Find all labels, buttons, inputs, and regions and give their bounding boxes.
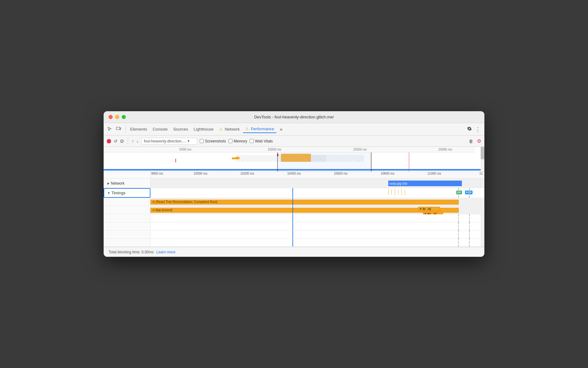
timings-row-0-label	[104, 198, 150, 206]
memory-input[interactable]	[228, 139, 233, 143]
timings-row-4	[104, 231, 484, 239]
time-5000: 5000 ms	[179, 148, 191, 151]
scrollbar-area	[481, 179, 484, 188]
tab-lighthouse-label: Lighthouse	[194, 127, 214, 132]
dashed-3a	[458, 222, 459, 230]
dashed-4a	[458, 231, 459, 238]
tab-elements[interactable]: Elements	[128, 126, 149, 133]
timings-row-4-label	[104, 231, 150, 238]
fcp-badge: FCP	[465, 191, 473, 194]
timings-expand-icon[interactable]: ▼	[107, 191, 110, 195]
overview-ruler: 5000 ms 10000 ms 15000 ms 20000 ms	[104, 147, 475, 152]
more-options-icon[interactable]: ⋮	[474, 125, 482, 134]
tab-performance[interactable]: ⚠ Performance	[243, 125, 277, 133]
detail-10000: 10000 ms	[194, 172, 208, 175]
dashed-5b	[469, 239, 470, 246]
url-text: foul-heavenly-direction....	[144, 139, 186, 143]
url-dropdown-icon[interactable]: ▼	[187, 139, 190, 143]
detail-10800: 10800 ms	[381, 172, 394, 175]
download-icon[interactable]: ↓	[136, 139, 139, 144]
upload-icon[interactable]: ↑	[132, 139, 134, 144]
app-mount-label: ✳ App [mount]	[152, 208, 172, 212]
devtools-window: DevTools - foul-heavenly-direction.glitc…	[104, 111, 484, 257]
traffic-lights	[109, 115, 126, 119]
tab-network[interactable]: ⚠ Network	[217, 126, 242, 133]
timing-tick-2	[391, 189, 392, 194]
timings-row-1-label	[104, 206, 150, 214]
maximize-button[interactable]	[122, 115, 126, 119]
dashed-5a	[458, 239, 459, 246]
web-vitals-input[interactable]	[250, 139, 254, 143]
tab-sources-label: Sources	[173, 127, 188, 132]
tab-console-label: Console	[153, 127, 168, 132]
timing-tick-6	[405, 190, 405, 195]
reload-icon[interactable]: ↺	[114, 139, 117, 144]
overview-canvas[interactable]	[104, 152, 481, 172]
minimize-button[interactable]	[115, 115, 119, 119]
url-bar: foul-heavenly-direction.... ▼	[141, 138, 197, 145]
dashed-2b	[469, 214, 470, 222]
network-track-label[interactable]: ▶ Network	[104, 179, 150, 188]
timings-row-0-content[interactable]: ✳ (React Tree Reconciliation: Completed …	[150, 198, 481, 206]
timings-row-5-content[interactable]	[150, 239, 481, 246]
tab-sources[interactable]: Sources	[171, 126, 191, 133]
timings-row-0: ✳ (React Tree Reconciliation: Completed …	[104, 198, 484, 206]
performance-warning-icon: ⚠	[245, 127, 249, 131]
trash-icon[interactable]: 🗑	[469, 139, 473, 144]
svg-rect-0	[116, 127, 120, 130]
dashed-4b	[469, 231, 470, 238]
tab-console[interactable]: Console	[150, 126, 170, 133]
timings-row-2-content[interactable]	[150, 214, 481, 222]
blue-line-row4	[292, 231, 293, 238]
overview-section: 5000 ms 10000 ms 15000 ms 20000 ms CPU N…	[104, 147, 484, 172]
settings-icon[interactable]	[466, 125, 473, 133]
memory-label: Memory	[234, 139, 247, 143]
timings-track-label[interactable]: ▼ Timings	[104, 188, 150, 198]
timings-row-2	[104, 214, 484, 222]
tabs-bar: Elements Console Sources Lighthouse ⚠ Ne…	[104, 123, 484, 136]
tab-lighthouse[interactable]: Lighthouse	[191, 126, 216, 133]
timings-row-4-content[interactable]	[150, 231, 481, 238]
timings-row-1-content[interactable]: ✳ App [mount] ✳ Br...nt] ✳ Ro...nt] ✳ M.…	[150, 206, 481, 214]
web-vitals-label: Web Vitals	[255, 139, 273, 143]
blue-line-row5	[292, 239, 293, 246]
timings-row-3	[104, 222, 484, 231]
time-20000: 20000 ms	[439, 148, 452, 151]
title-bar: DevTools - foul-heavenly-direction.glitc…	[104, 111, 484, 123]
network-track: ▶ Network soop.jpg (sto	[104, 179, 484, 188]
overview-scrollbar[interactable]	[481, 147, 484, 172]
status-bar: Total blocking time: 0.00ms Learn more	[104, 247, 484, 257]
more-tabs-button[interactable]: »	[277, 125, 285, 133]
network-track-content[interactable]: soop.jpg (sto	[150, 179, 481, 188]
timing-tick-1	[388, 189, 389, 195]
timings-row-3-content[interactable]	[150, 222, 481, 230]
timings-row-5-label	[104, 239, 150, 246]
cursor-icon[interactable]	[106, 125, 113, 133]
clear-icon[interactable]: ⊘	[120, 138, 124, 144]
network-label-text: Network	[111, 181, 125, 186]
network-expand-icon[interactable]: ▶	[107, 182, 110, 185]
detail-11000: 11000 ms	[428, 172, 441, 175]
network-file-bar: soop.jpg (sto	[388, 181, 462, 186]
memory-checkbox[interactable]: Memory	[228, 139, 247, 143]
detail-ruler: 9800 ms 10000 ms 10200 ms 10400 ms 10600…	[104, 172, 484, 179]
timings-header-row: ▼ Timings FP FCP	[104, 188, 484, 198]
learn-more-link[interactable]: Learn more	[156, 250, 175, 254]
separator	[128, 137, 128, 145]
scrollbar-thumb[interactable]	[481, 147, 484, 159]
gear-red-icon[interactable]: ⚙	[477, 138, 481, 144]
more-tabs-icon: »	[280, 127, 282, 132]
device-toggle-icon[interactable]	[115, 125, 122, 133]
screenshots-input[interactable]	[200, 139, 204, 143]
fp-badge: FP	[456, 191, 462, 194]
timings-row-5	[104, 239, 484, 247]
record-button[interactable]	[107, 139, 111, 143]
performance-toolbar: ↺ ⊘ ↑ ↓ foul-heavenly-direction.... ▼ Sc…	[104, 136, 484, 147]
screenshots-checkbox[interactable]: Screenshots	[200, 139, 226, 143]
screenshots-label: Screenshots	[205, 139, 226, 143]
web-vitals-checkbox[interactable]: Web Vitals	[250, 139, 273, 143]
detail-9800: 9800 ms	[151, 172, 163, 175]
timing-tick-3	[395, 189, 395, 196]
close-button[interactable]	[109, 115, 113, 119]
timing-tick-4	[398, 190, 399, 194]
